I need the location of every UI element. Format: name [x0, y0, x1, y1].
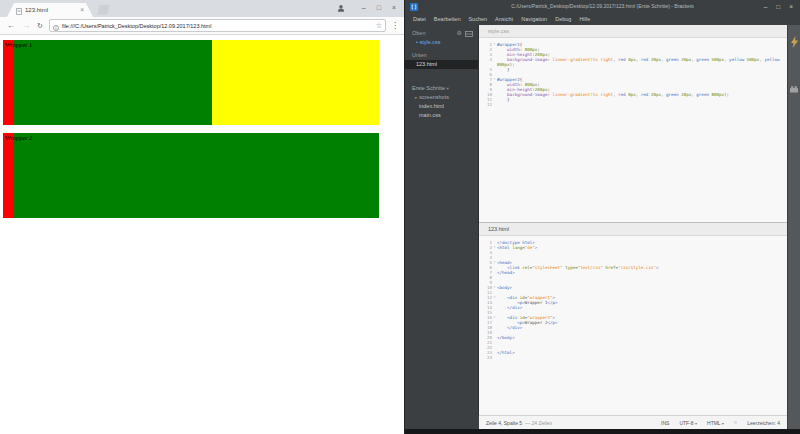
pane-header-style-css: style.css: [479, 25, 787, 38]
screen: 123.html × – □ × ← → ↻ file:///C:/Users: [0, 0, 800, 434]
code-line[interactable]: 4 background-image: linear-gradient(to r…: [479, 57, 787, 62]
browser-tab[interactable]: 123.html ×: [7, 3, 93, 17]
tree-item-screenshots[interactable]: ▸screenshots: [405, 93, 478, 102]
minimize-button[interactable]: –: [362, 0, 366, 15]
back-button[interactable]: ←: [7, 18, 15, 34]
lint-status-icon[interactable]: ○: [734, 420, 737, 425]
pane-header-123-html: 123.html: [479, 223, 787, 236]
brackets-window: C:/Users/Patrick_Desktop/Desktop/12.09.2…: [404, 0, 800, 434]
menu-item[interactable]: Ansicht: [491, 13, 517, 25]
maximize-button[interactable]: □: [377, 0, 381, 15]
browser-viewport: Wrapper 1 Wrapper 2: [0, 35, 404, 434]
workingset-header-top: Oben ⚙: [405, 29, 478, 38]
file-tree: ▸screenshotsindex.htmlmain.css: [405, 93, 478, 120]
brackets-titlebar: C:/Users/Patrick_Desktop/Desktop/12.09.2…: [405, 0, 800, 13]
project-dropdown[interactable]: Erste Schritte ▾: [405, 84, 478, 93]
tab-close-icon[interactable]: ×: [80, 7, 84, 13]
workingset-file-style-css[interactable]: • style.css: [405, 38, 478, 47]
fold-gutter: [492, 102, 497, 107]
address-bar[interactable]: file:///C:/Users/Patrick_Desktop/Desktop…: [49, 19, 386, 32]
menu-item[interactable]: Debug: [551, 13, 575, 25]
new-tab-button[interactable]: [97, 5, 110, 15]
line-count: — 24 Zeilen: [525, 420, 552, 426]
close-button[interactable]: ×: [789, 0, 793, 13]
tab-title: 123.html: [25, 7, 80, 13]
code-line[interactable]: 12: [479, 102, 787, 107]
rendered-wrapper1-box: Wrapper 1: [3, 40, 379, 125]
code-editor-style-css[interactable]: 1▾#wrapper1{2 width: 800px;3 min-height:…: [479, 38, 787, 222]
browser-window: 123.html × – □ × ← → ↻ file:///C:/Users: [0, 0, 404, 434]
chevron-down-icon: ▾: [722, 421, 724, 426]
browser-tabstrip: 123.html × – □ ×: [0, 0, 404, 17]
window-bottom-edge: [405, 429, 800, 434]
editor-pane-bottom: 123.html 1<!doctype html>2▾<html lang="d…: [479, 222, 787, 415]
chevron-down-icon: ▾: [695, 421, 697, 426]
close-button[interactable]: ×: [392, 0, 396, 15]
live-preview-icon[interactable]: [790, 34, 799, 52]
workingset-header-bottom: Unten: [405, 51, 478, 60]
menu-item[interactable]: Bearbeiten: [430, 13, 465, 25]
chevron-down-icon: ▾: [447, 86, 449, 91]
page-info-icon[interactable]: [53, 17, 59, 35]
statusbar: Zeile 4, Spalte 5 — 24 Zeilen INS UTF-8 …: [479, 415, 787, 429]
cursor-position: Zeile 4, Spalte 5: [486, 420, 522, 426]
menu-item[interactable]: Hilfe: [575, 13, 594, 25]
wrapper1-text: Wrapper 1: [3, 40, 379, 48]
rendered-wrapper2-box: Wrapper 2: [3, 133, 379, 218]
code-editor-123-html[interactable]: 1<!doctype html>2▾<html lang="de">345▾<h…: [479, 236, 787, 415]
folder-caret-icon: ▸: [415, 95, 417, 100]
brackets-logo-icon: [410, 3, 418, 16]
language-select[interactable]: HTML ▾: [707, 420, 724, 426]
code-line[interactable]: 24: [479, 355, 787, 360]
line-number: 12: [479, 102, 492, 107]
brackets-right-toolbar: [787, 25, 800, 429]
browser-toolbar: ← → ↻ file:///C:/Users/Patrick_Desktop/D…: [0, 17, 404, 35]
menubar: DateiBearbeitenSuchenAnsichtNavigationDe…: [405, 13, 800, 25]
wrapper2-text: Wrapper 2: [3, 133, 379, 141]
brackets-sidebar: Oben ⚙ • style.css Unten 123.html: [405, 25, 479, 415]
pane-top-label: Oben: [412, 29, 425, 38]
menu-item[interactable]: Suchen: [464, 13, 491, 25]
tree-item-index-html[interactable]: index.html: [405, 102, 478, 111]
indent-setting[interactable]: Leerzeichen: 4: [747, 420, 780, 426]
forward-button[interactable]: →: [22, 18, 30, 34]
insert-mode-toggle[interactable]: INS: [661, 420, 669, 426]
line-number: 24: [479, 355, 492, 360]
split-view-icon[interactable]: [465, 31, 473, 37]
maximize-button[interactable]: □: [776, 0, 780, 13]
extension-manager-icon[interactable]: [789, 79, 799, 97]
encoding-select[interactable]: UTF-8 ▾: [679, 420, 697, 426]
url-text: file:///C:/Users/Patrick_Desktop/Desktop…: [62, 23, 376, 29]
refresh-button[interactable]: ↻: [37, 18, 43, 34]
gear-icon[interactable]: ⚙: [457, 29, 462, 38]
workingset-file-123-html[interactable]: 123.html: [405, 60, 478, 69]
window-title: C:/Users/Patrick_Desktop/Desktop/12.09.2…: [511, 3, 694, 9]
tree-item-main-css[interactable]: main.css: [405, 111, 478, 120]
fold-gutter: [492, 355, 497, 360]
minimize-button[interactable]: –: [764, 0, 768, 13]
modified-dot-icon: •: [416, 39, 418, 45]
browser-menu-icon[interactable]: ⋮: [391, 21, 399, 30]
editor-area: style.css 1▾#wrapper1{2 width: 800px;3 m…: [479, 25, 787, 415]
bookmark-star-icon[interactable]: ☆: [376, 21, 382, 31]
editor-pane-top: style.css 1▾#wrapper1{2 width: 800px;3 m…: [479, 25, 787, 222]
pane-bottom-label: Unten: [412, 51, 427, 60]
menu-item[interactable]: Navigation: [517, 13, 551, 25]
profile-icon[interactable]: [337, 4, 345, 12]
